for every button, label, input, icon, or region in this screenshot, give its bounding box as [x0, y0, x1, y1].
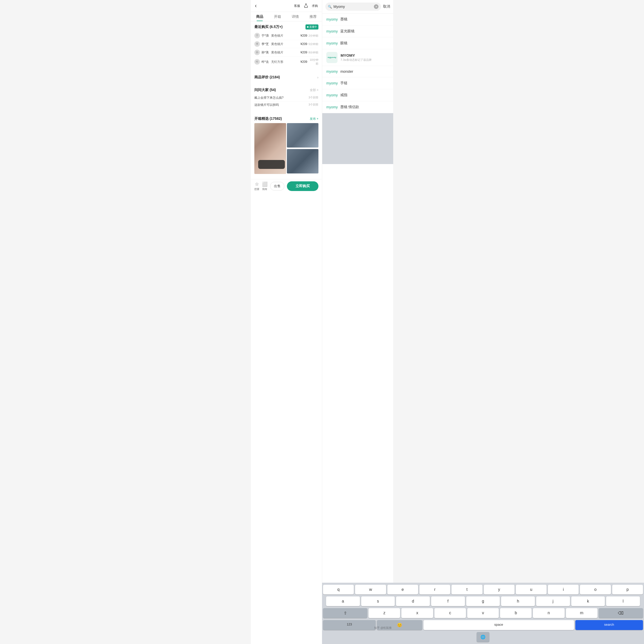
purchase-price: ¥209: [298, 51, 307, 54]
share-icon[interactable]: [304, 3, 308, 9]
own-button[interactable]: ⬜ 我有: [262, 181, 268, 191]
keyboard-row-globe: 🌐: [323, 632, 393, 642]
suggestion-item[interactable]: myomy眼镜: [322, 37, 393, 49]
unboxing-header: 开箱精选 (17582) 发布 +: [254, 116, 318, 121]
watermark: 知乎 @松鼠推: [374, 626, 392, 630]
cancel-button[interactable]: 取消: [383, 4, 390, 9]
buy-button[interactable]: 立即购买: [287, 181, 318, 191]
keyboard-spacer: [322, 113, 393, 164]
live-badge: 直播中: [305, 24, 318, 30]
brand-info: MYOMY 7.3w条动态标记了该品牌: [341, 53, 389, 62]
buy-request-button[interactable]: 求购: [312, 4, 318, 8]
recent-purchases-section: 最近购买 (6.5万+) 直播中 于 于*浪 黄色镜片 ¥209 2分钟前 李 …: [251, 21, 322, 70]
suggestion-highlight: myomy: [326, 29, 338, 33]
search-icon: 🔍: [328, 5, 332, 9]
qa-question: 这款镜片可以拆吗: [254, 103, 279, 107]
suggestion-rest: 墨镜 情侣款: [340, 105, 359, 109]
qa-all-button[interactable]: 全部 >: [310, 88, 318, 92]
unboxing-image[interactable]: [287, 149, 319, 173]
suggestion-item[interactable]: myomy墨镜 情侣款: [322, 101, 393, 113]
suggestion-rest: 手链: [340, 81, 347, 85]
numbers-key[interactable]: 123: [323, 620, 376, 630]
avatar: 咋: [254, 59, 260, 65]
suggestion-rest: 墨镜: [340, 17, 347, 22]
key-q[interactable]: q: [323, 585, 354, 594]
purchase-row: 李 李*芝 黄色镜片 ¥209 5分钟前: [254, 40, 318, 48]
purchase-price: ¥209: [298, 60, 307, 64]
customer-service-icon[interactable]: 客服: [294, 4, 300, 8]
suggestion-highlight: myomy: [326, 17, 338, 21]
purchase-item: 无钉方形: [271, 60, 298, 64]
brand-count: 7.3w条动态标记了该品牌: [341, 58, 389, 62]
sell-button[interactable]: 出售: [270, 182, 284, 191]
key-w[interactable]: w: [355, 585, 386, 594]
suggestion-rest: 眼镜: [340, 41, 347, 46]
suggestion-item[interactable]: myomy 戒指: [322, 89, 393, 101]
suggestion-item[interactable]: myomy墨镜: [322, 13, 393, 25]
unboxing-image[interactable]: [287, 123, 319, 148]
publish-button[interactable]: 发布 +: [310, 117, 318, 121]
key-s[interactable]: s: [361, 596, 393, 606]
suggestion-rest: 蓝光眼镜: [340, 29, 355, 34]
clear-button[interactable]: ✕: [374, 4, 378, 9]
qa-row[interactable]: 这款镜片可以拆吗 3个回答: [254, 101, 318, 108]
purchase-time: 2分钟前: [307, 34, 318, 38]
tab-recommend[interactable]: 推荐: [304, 12, 322, 21]
wish-button[interactable]: ☆ 想要: [254, 181, 259, 191]
unboxing-title: 开箱精选 (17582): [254, 116, 310, 121]
qa-header: 问问大家 (54) 全部 >: [254, 88, 318, 92]
search-header: 🔍 Myomy ✕ 取消: [322, 0, 393, 13]
tab-product[interactable]: 商品: [251, 12, 269, 21]
brand-logo: myg•o•my: [326, 52, 338, 63]
qa-row[interactable]: 戴上会滑下来怎么搞? 3个回答: [254, 94, 318, 101]
star-icon: ☆: [255, 181, 259, 187]
suggestion-rest: 戒指: [340, 93, 347, 97]
qa-answer-count: 3个回答: [309, 103, 318, 107]
brand-suggestion[interactable]: myg•o•my MYOMY 7.3w条动态标记了该品牌: [322, 49, 393, 66]
purchase-item: 黄色镜片: [271, 42, 298, 46]
avatar: 李: [254, 41, 260, 47]
qa-section: 问问大家 (54) 全部 > 戴上会滑下来怎么搞? 3个回答 这款镜片可以拆吗 …: [251, 85, 322, 111]
key-z[interactable]: z: [369, 608, 393, 618]
purchase-time: 10分钟前: [307, 58, 318, 66]
keyboard: q w e r t y u i o p a s d f g h j k: [322, 583, 393, 644]
wish-label: 想要: [254, 187, 259, 191]
qa-title: 问问大家 (54): [254, 88, 310, 92]
purchase-user: 咋*去: [261, 60, 271, 64]
shift-key[interactable]: ⇧: [323, 608, 367, 618]
suggestion-highlight: myomy: [326, 69, 338, 74]
suggestion-item[interactable]: myomymonster: [322, 66, 393, 77]
key-a[interactable]: a: [326, 596, 360, 606]
suggestion-highlight: myomy: [326, 105, 338, 109]
qa-answer-count: 3个回答: [309, 96, 318, 100]
live-label: 直播中: [309, 25, 317, 29]
qa-question: 戴上会滑下来怎么搞?: [254, 96, 284, 100]
suggestion-item[interactable]: myomy 蓝光眼镜: [322, 25, 393, 37]
unboxing-image[interactable]: [254, 123, 286, 174]
tab-bar: 商品 开箱 详情 推荐: [251, 12, 322, 21]
purchase-price: ¥209: [298, 42, 307, 46]
suggestion-item[interactable]: myomy手链: [322, 77, 393, 89]
own-label: 我有: [262, 187, 267, 191]
purchase-item: 黄色镜片: [271, 34, 298, 38]
live-dot: [307, 26, 309, 28]
ratings-section[interactable]: 商品评价 (2184) ›: [251, 72, 322, 83]
purchase-price: ¥209: [298, 34, 307, 37]
search-box[interactable]: 🔍 Myomy ✕: [325, 3, 381, 11]
purchase-item: 黄色镜片: [271, 50, 298, 55]
tab-details[interactable]: 详情: [286, 12, 304, 21]
purchase-user: 于*浪: [261, 34, 271, 38]
tab-unboxing[interactable]: 开箱: [269, 12, 286, 21]
key-e[interactable]: e: [387, 585, 393, 594]
suggestion-highlight: myomy: [326, 41, 338, 45]
header-icons: 客服 求购: [294, 3, 318, 9]
purchase-user: 李*芝: [261, 42, 271, 46]
section-header: 最近购买 (6.5万+) 直播中: [254, 24, 318, 30]
avatar: 于: [254, 33, 260, 38]
purchase-time: 5分钟前: [307, 42, 318, 46]
unboxing-grid: [254, 123, 318, 174]
back-button[interactable]: ‹: [255, 3, 257, 9]
bottom-bar: ☆ 想要 ⬜ 我有 出售 立即购买: [251, 179, 322, 193]
own-icon: ⬜: [262, 181, 268, 187]
search-input[interactable]: Myomy: [333, 5, 372, 9]
